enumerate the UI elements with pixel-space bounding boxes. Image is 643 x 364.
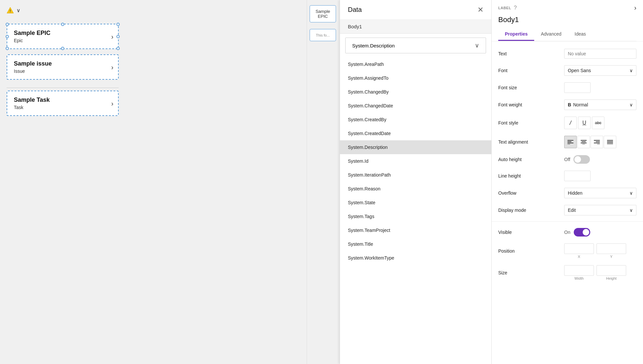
size-width-input[interactable]: 249 xyxy=(564,265,594,276)
visible-toggle-row: On xyxy=(564,228,590,237)
fontsize-input[interactable]: 16 xyxy=(564,82,591,93)
prop-row-font: Font Open Sans ∨ xyxy=(492,62,643,79)
second-col-epic-label: Sample EPIC xyxy=(316,9,330,19)
second-col-item-empty[interactable]: This fo... xyxy=(310,29,336,41)
visible-toggle[interactable] xyxy=(574,228,590,237)
data-panel-dropdown-selector[interactable]: System.Description ∨ xyxy=(345,38,486,53)
position-x-group: 32 X xyxy=(564,243,594,259)
strikethrough-button[interactable]: abc xyxy=(592,117,604,129)
dropdown-item-tags[interactable]: System.Tags xyxy=(340,210,491,223)
props-body: Text Font Open Sans ∨ Font size 16 Fo xyxy=(492,42,643,288)
panel-arrow-icon[interactable]: › xyxy=(634,4,636,12)
font-chevron-icon: ∨ xyxy=(629,68,633,73)
handle-tl[interactable] xyxy=(6,23,9,26)
canvas-divider xyxy=(7,88,119,88)
font-style-group: / U abc xyxy=(564,117,604,129)
props-header: LABEL ? › Body1 Properties Advanced Idea… xyxy=(492,0,643,42)
dropdown-item-workitemtype[interactable]: System.WorkItemType xyxy=(340,251,491,265)
tab-properties[interactable]: Properties xyxy=(498,28,534,41)
prop-value-autoheight: Off xyxy=(564,155,636,164)
dropdown-item-assignedto[interactable]: System.AssignedTo xyxy=(340,71,491,85)
prop-value-text xyxy=(564,49,636,59)
lineheight-input[interactable]: 1.2 xyxy=(564,171,591,181)
handle-ml[interactable] xyxy=(6,35,9,38)
data-panel-close-button[interactable]: ✕ xyxy=(477,6,483,14)
tab-advanced[interactable]: Advanced xyxy=(534,28,568,41)
dropdown-item-title[interactable]: System.Title xyxy=(340,237,491,251)
handle-mr[interactable] xyxy=(116,35,120,38)
dropdown-item-teamproject[interactable]: System.TeamProject xyxy=(340,223,491,237)
issue-arrow[interactable]: › xyxy=(111,63,113,71)
dropdown-item-id[interactable]: System.Id xyxy=(340,154,491,168)
italic-button[interactable]: / xyxy=(564,117,577,129)
second-col-item-epic[interactable]: Sample EPIC xyxy=(310,5,336,22)
text-align-group xyxy=(564,136,616,148)
issue-subtitle: Issue xyxy=(14,69,111,74)
overflow-value: Hidden xyxy=(568,190,582,196)
toolbar-chevron[interactable]: ∨ xyxy=(16,7,20,14)
text-input[interactable] xyxy=(564,49,636,59)
align-center-button[interactable] xyxy=(577,136,590,148)
font-select[interactable]: Open Sans ∨ xyxy=(564,65,636,76)
handle-br[interactable] xyxy=(116,47,120,50)
canvas-toolbar: ! ∨ xyxy=(7,7,300,14)
handle-bl[interactable] xyxy=(6,47,9,50)
position-y-input[interactable]: 90.4 xyxy=(597,243,626,254)
fontweight-value: Normal xyxy=(573,102,588,107)
displaymode-chevron-icon: ∨ xyxy=(629,208,633,213)
handle-tm[interactable] xyxy=(61,23,64,26)
dropdown-item-state[interactable]: System.State xyxy=(340,196,491,210)
handle-tr[interactable] xyxy=(116,23,120,26)
canvas-area: ! ∨ Sample EPIC Epic › Sample issue Issu… xyxy=(0,0,307,364)
prop-value-fontsize: 16 xyxy=(564,82,636,93)
epic-arrow[interactable]: › xyxy=(111,33,113,40)
tab-ideas[interactable]: Ideas xyxy=(568,28,593,41)
overflow-select[interactable]: Hidden ∨ xyxy=(564,188,636,198)
dropdown-item-description[interactable]: System.Description xyxy=(340,140,491,154)
prop-row-overflow: Overflow Hidden ∨ xyxy=(492,184,643,202)
dropdown-item-reason[interactable]: System.Reason xyxy=(340,182,491,196)
underline-button[interactable]: U xyxy=(578,117,591,129)
epic-subtitle: Epic xyxy=(14,38,111,43)
data-panel-title: Data xyxy=(348,6,362,14)
prop-row-displaymode: Display mode Edit ∨ xyxy=(492,202,643,219)
prop-row-position: Position 32 X 90.4 Y xyxy=(492,240,643,262)
dropdown-item-areapath[interactable]: System.AreaPath xyxy=(340,57,491,71)
canvas-item-epic[interactable]: Sample EPIC Epic › xyxy=(7,24,119,49)
position-inputs: 32 X 90.4 Y xyxy=(564,243,626,259)
help-icon[interactable]: ? xyxy=(514,5,517,11)
autoheight-off-label: Off xyxy=(564,157,570,162)
prop-row-autoheight: Auto height Off xyxy=(492,152,643,167)
prop-label-lineheight: Line height xyxy=(498,173,564,179)
handle-bm[interactable] xyxy=(61,47,64,50)
dropdown-item-iterationpath[interactable]: System.IterationPath xyxy=(340,168,491,182)
prop-label-overflow: Overflow xyxy=(498,190,564,196)
prop-label-visible: Visible xyxy=(498,230,564,235)
dropdown-item-changedby[interactable]: System.ChangedBy xyxy=(340,85,491,99)
task-arrow[interactable]: › xyxy=(111,99,113,107)
displaymode-select[interactable]: Edit ∨ xyxy=(564,205,636,215)
prop-label-fontweight: Font weight xyxy=(498,102,564,107)
dropdown-item-changeddate[interactable]: System.ChangedDate xyxy=(340,99,491,113)
autoheight-toggle[interactable] xyxy=(573,155,590,164)
canvas-item-task[interactable]: Sample Task Task › xyxy=(7,91,119,116)
prop-value-font: Open Sans ∨ xyxy=(564,65,636,76)
position-x-input[interactable]: 32 xyxy=(564,243,594,254)
prop-value-lineheight: 1.2 xyxy=(564,171,636,181)
align-right-button[interactable] xyxy=(591,136,603,148)
size-height-label: Height xyxy=(606,276,617,280)
prop-value-textalign xyxy=(564,136,636,148)
props-label-row: LABEL ? › xyxy=(498,4,636,12)
canvas-item-issue[interactable]: Sample issue Issue › xyxy=(7,54,119,80)
size-height-input[interactable]: 64 xyxy=(597,265,626,276)
prop-row-visible: Visible On xyxy=(492,224,643,240)
fontweight-select[interactable]: B Normal ∨ xyxy=(564,99,636,110)
align-justify-button[interactable] xyxy=(604,136,616,148)
prop-label-fontstyle: Font style xyxy=(498,120,564,126)
prop-row-size: Size 249 Width 64 Height xyxy=(492,262,643,284)
prop-label-size: Size xyxy=(498,270,564,275)
dropdown-item-createddate[interactable]: System.CreatedDate xyxy=(340,126,491,140)
align-left-button[interactable] xyxy=(564,136,577,148)
props-tabs: Properties Advanced Ideas xyxy=(498,28,636,41)
dropdown-item-createdby[interactable]: System.CreatedBy xyxy=(340,113,491,126)
